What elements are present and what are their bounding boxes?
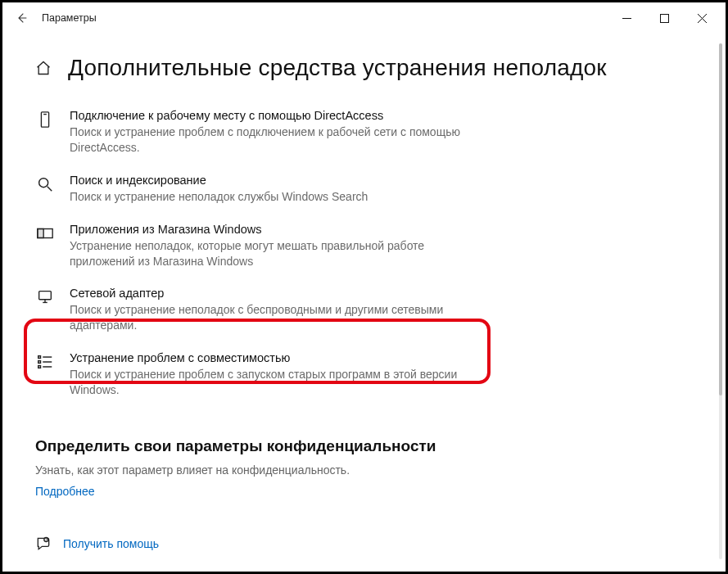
- item-title: Поиск и индексирование: [70, 174, 469, 187]
- store-app-icon: [35, 224, 55, 244]
- item-title: Сетевой адаптер: [70, 287, 469, 300]
- item-store-apps[interactable]: Приложения из Магазина Windows Устранени…: [35, 216, 469, 281]
- item-desc: Устранение неполадок, которые могут меша…: [70, 238, 469, 269]
- svg-line-7: [47, 187, 52, 192]
- item-desc: Поиск и устранение проблем с запуском ст…: [70, 367, 469, 398]
- search-icon: [35, 175, 55, 195]
- item-search-indexing[interactable]: Поиск и индексирование Поиск и устранени…: [35, 167, 469, 216]
- home-icon[interactable]: [35, 60, 52, 76]
- workplace-icon: [35, 111, 55, 130]
- item-title: Устранение проблем с совместимостью: [70, 351, 469, 364]
- scrollbar[interactable]: [719, 43, 722, 559]
- content-area: Дополнительные средства устранения непол…: [2, 40, 726, 572]
- close-button[interactable]: [683, 5, 721, 31]
- help-row: Получить помощь: [35, 536, 726, 552]
- item-title: Подключение к рабочему месту с помощью D…: [70, 109, 469, 122]
- minimize-button[interactable]: [608, 5, 645, 31]
- item-desc: Поиск и устранение проблем с подключение…: [70, 124, 469, 156]
- compatibility-list-icon: [35, 353, 55, 373]
- svg-rect-10: [39, 292, 52, 300]
- svg-rect-17: [38, 366, 41, 368]
- get-help-link[interactable]: Получить помощь: [63, 537, 159, 550]
- item-title: Приложения из Магазина Windows: [70, 223, 469, 236]
- privacy-more-link[interactable]: Подробнее: [35, 485, 494, 498]
- svg-point-6: [39, 178, 48, 187]
- scrollbar-thumb[interactable]: [719, 43, 722, 395]
- privacy-heading: Определить свои параметры конфиденциальн…: [35, 437, 494, 455]
- svg-rect-9: [38, 228, 43, 237]
- item-desc: Поиск и устранение неполадок с беспровод…: [70, 302, 469, 333]
- item-desc: Поиск и устранение неполадок службы Wind…: [70, 189, 469, 205]
- troubleshooter-list: Подключение к рабочему месту с помощью D…: [35, 102, 726, 409]
- svg-rect-15: [38, 361, 41, 364]
- svg-rect-1: [660, 14, 668, 22]
- item-network-adapter[interactable]: Сетевой адаптер Поиск и устранение непол…: [35, 280, 469, 345]
- back-button[interactable]: [11, 7, 34, 29]
- window-title: Параметры: [42, 12, 608, 24]
- item-compatibility[interactable]: Устранение проблем с совместимостью Поис…: [35, 345, 469, 409]
- heading-row: Дополнительные средства устранения непол…: [35, 55, 726, 81]
- titlebar: Параметры: [2, 2, 726, 34]
- privacy-desc: Узнать, как этот параметр влияет на конф…: [35, 463, 494, 477]
- svg-rect-13: [38, 356, 41, 359]
- maximize-button[interactable]: [645, 5, 683, 31]
- network-adapter-icon: [35, 288, 55, 308]
- privacy-section: Определить свои параметры конфиденциальн…: [35, 437, 494, 498]
- page-title: Дополнительные средства устранения непол…: [68, 55, 607, 81]
- help-icon: [35, 536, 52, 552]
- window-controls: [608, 5, 721, 31]
- item-directaccess[interactable]: Подключение к рабочему месту с помощью D…: [35, 102, 469, 167]
